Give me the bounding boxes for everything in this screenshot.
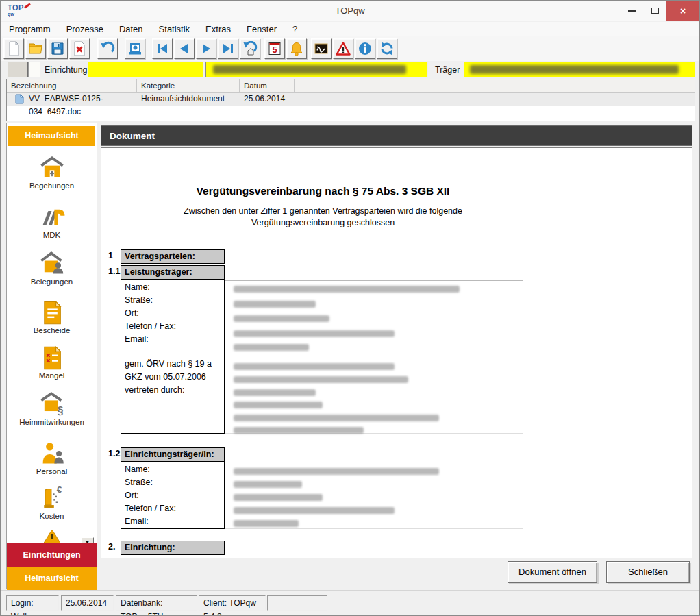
tab-heimaufsicht[interactable]: Heimaufsicht bbox=[7, 567, 97, 590]
belegungen-house-person-icon bbox=[39, 251, 65, 277]
filter-bar: Einrichtung Träger bbox=[1, 61, 699, 79]
open-document-button[interactable]: Dokument öffnen bbox=[508, 561, 597, 583]
personal-people-icon bbox=[39, 441, 65, 467]
section-2-header: Einrichtung: bbox=[121, 541, 225, 555]
previous-record-button[interactable] bbox=[174, 38, 195, 59]
document-panel-header: Dokument bbox=[101, 125, 692, 146]
sidebar-item-personal[interactable]: Personal bbox=[7, 441, 97, 476]
documents-table: Bezeichnung Kategorie Datum VV_EABWSE-01… bbox=[6, 79, 695, 121]
document-panel: Dokument Vergütungsvereinbarung nach § 7… bbox=[101, 123, 695, 590]
new-document-button[interactable] bbox=[3, 38, 24, 59]
document-subtitle-line2: Vergütungsvereinbarung geschlossen bbox=[123, 217, 523, 229]
maximize-icon bbox=[651, 8, 659, 14]
section-1-header: Vertragsparteien: bbox=[121, 249, 225, 264]
save-floppy-icon bbox=[50, 41, 65, 56]
cell-kategorie: Heimaufsichtdokument bbox=[141, 93, 240, 106]
warning-button[interactable] bbox=[333, 38, 353, 59]
minimize-button[interactable] bbox=[620, 1, 643, 21]
delete-record-button[interactable] bbox=[69, 38, 90, 59]
svg-text:5: 5 bbox=[272, 45, 277, 55]
sidebar-item-maengel[interactable]: Mängel bbox=[7, 345, 97, 380]
last-record-icon bbox=[221, 41, 236, 56]
first-record-button[interactable] bbox=[152, 38, 173, 59]
info-button[interactable] bbox=[355, 38, 375, 59]
maengel-document-icon bbox=[39, 345, 65, 371]
column-header-datum[interactable]: Datum bbox=[240, 79, 295, 93]
menu-help[interactable]: ? bbox=[292, 24, 297, 34]
menu-statistik[interactable]: Statistik bbox=[159, 24, 190, 34]
toolbar: 5 bbox=[1, 36, 699, 61]
signature-icon bbox=[314, 41, 329, 56]
traeger-label: Träger bbox=[435, 61, 460, 79]
calendar-icon: 5 bbox=[267, 41, 282, 56]
menu-extras[interactable]: Extras bbox=[205, 24, 231, 34]
status-login: Login: Waller bbox=[6, 595, 59, 611]
sidebar-item-kosten[interactable]: € Kosten bbox=[7, 485, 97, 520]
maximize-button[interactable] bbox=[643, 1, 666, 21]
reload-home-button[interactable] bbox=[240, 38, 260, 59]
open-folder-button[interactable] bbox=[25, 38, 46, 59]
section-1-1-labels: Name: Straße: Ort: Telefon / Fax: Email:… bbox=[121, 280, 225, 434]
refresh-button[interactable] bbox=[377, 38, 397, 59]
sidebar-item-mdk[interactable]: MDK bbox=[7, 204, 97, 239]
menu-fenster[interactable]: Fenster bbox=[247, 24, 277, 34]
menu-daten[interactable]: Daten bbox=[119, 24, 143, 34]
column-header-bezeichnung[interactable]: Bezeichnung bbox=[7, 79, 137, 93]
filter-small-field[interactable] bbox=[28, 62, 40, 77]
close-button[interactable]: × bbox=[666, 1, 699, 21]
svg-text:€: € bbox=[56, 485, 62, 495]
app-window: TOP qw TOPqw × Programm Prozesse Daten S… bbox=[0, 0, 700, 616]
undo-button[interactable] bbox=[97, 38, 118, 59]
heimmitwirkungen-house-icon: § bbox=[39, 391, 65, 417]
camera-icon bbox=[127, 41, 142, 56]
sidebar-item-belegungen[interactable]: Belegungen bbox=[7, 251, 97, 286]
next-record-button[interactable] bbox=[196, 38, 216, 59]
window-controls: × bbox=[620, 1, 699, 21]
redacted-einrichtung-text bbox=[213, 65, 406, 74]
section-1-2-header: Einrichtungsträger/in: bbox=[121, 447, 225, 462]
title-bar: TOP qw TOPqw × bbox=[1, 1, 699, 21]
cell-bezeichnung: VV_EABWSE-0125-034_6497.doc bbox=[29, 93, 137, 106]
menu-bar: Programm Prozesse Daten Statistik Extras… bbox=[1, 22, 699, 36]
menu-programm[interactable]: Programm bbox=[9, 24, 51, 34]
bescheide-document-icon bbox=[39, 299, 65, 325]
snapshot-camera-button[interactable] bbox=[125, 38, 145, 59]
status-bar: Login: Waller 25.06.2014 Datenbank: TOPq… bbox=[1, 590, 699, 615]
signature-pad-button[interactable] bbox=[311, 38, 332, 59]
info-icon bbox=[358, 41, 373, 56]
minimize-icon bbox=[628, 10, 636, 12]
einrichtung-name-field[interactable] bbox=[205, 62, 428, 77]
sidebar-item-heimmitwirkungen[interactable]: § Heimmitwirkungen bbox=[7, 391, 97, 426]
section-1-2-labels: Name: Straße: Ort: Telefon / Fax: Email: bbox=[121, 462, 225, 529]
window-title: TOPqw bbox=[1, 1, 699, 21]
redacted-traeger-text bbox=[470, 65, 679, 74]
table-row[interactable]: VV_EABWSE-0125-034_6497.doc Heimaufsicht… bbox=[7, 93, 695, 106]
tab-einrichtungen[interactable]: Einrichtungen bbox=[7, 543, 97, 567]
previous-record-icon bbox=[177, 41, 192, 56]
close-dialog-button[interactable]: Schließen bbox=[606, 561, 690, 583]
kosten-register-icon: € bbox=[39, 485, 65, 511]
warning-triangle-icon bbox=[336, 41, 351, 56]
sidebar-item-begehungen[interactable]: Begehungen bbox=[7, 155, 97, 190]
traeger-field[interactable] bbox=[464, 62, 695, 77]
sidebar-item-bescheide[interactable]: Bescheide bbox=[7, 299, 97, 334]
save-button[interactable] bbox=[47, 38, 68, 59]
new-document-icon bbox=[6, 41, 21, 56]
warning-partial-icon bbox=[42, 529, 62, 544]
document-preview: Vergütungsvereinbarung nach § 75 Abs. 3 … bbox=[101, 147, 692, 558]
status-date: 25.06.2014 bbox=[61, 595, 114, 611]
filter-toggle-button[interactable] bbox=[8, 62, 28, 77]
status-database: Datenbank: TOPqw5TH bbox=[116, 595, 197, 611]
begehungen-house-icon bbox=[39, 155, 65, 181]
section-1-1-values-redacted bbox=[225, 280, 523, 434]
open-folder-icon bbox=[28, 41, 43, 56]
alerts-bell-button[interactable] bbox=[286, 38, 307, 59]
einrichtung-code-field[interactable] bbox=[88, 62, 203, 77]
column-header-kategorie[interactable]: Kategorie bbox=[137, 79, 240, 93]
column-header-empty bbox=[295, 79, 695, 93]
calendar-reminder-button[interactable]: 5 bbox=[264, 38, 285, 59]
doc-file-icon bbox=[15, 94, 24, 104]
last-record-button[interactable] bbox=[218, 38, 238, 59]
svg-text:§: § bbox=[57, 405, 63, 417]
menu-prozesse[interactable]: Prozesse bbox=[66, 24, 103, 34]
